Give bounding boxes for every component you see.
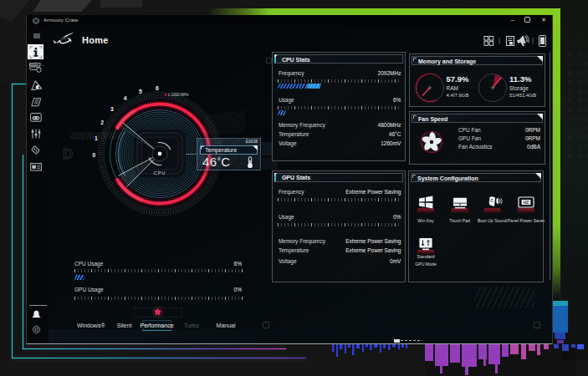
svg-text:4: 4 — [124, 95, 127, 101]
svg-text:0: 0 — [93, 152, 96, 158]
svg-text:5: 5 — [139, 89, 142, 94]
svg-text:6: 6 — [156, 85, 159, 91]
svg-text:2: 2 — [100, 119, 104, 125]
svg-text:CPU: CPU — [154, 170, 166, 175]
svg-text:3: 3 — [110, 106, 114, 112]
svg-text:x 1000 MHz: x 1000 MHz — [168, 93, 189, 97]
svg-text:+: + — [42, 63, 43, 67]
svg-text:HZ: HZ — [524, 200, 529, 205]
svg-text:1: 1 — [95, 135, 98, 141]
